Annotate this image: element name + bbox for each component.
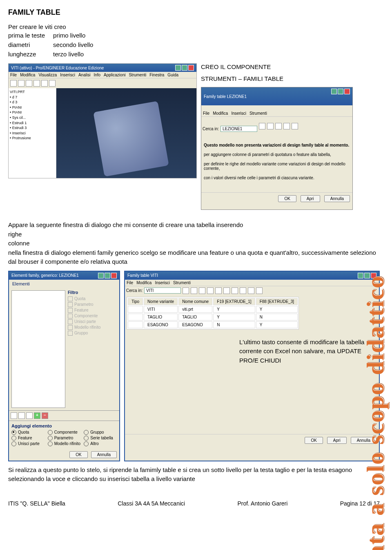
min-icon[interactable] — [358, 273, 363, 278]
open-button[interactable]: Apri — [301, 195, 320, 202]
menu-item[interactable]: Info — [94, 73, 100, 77]
tree-item[interactable]: • d 3 — [10, 100, 55, 105]
menu-item[interactable]: File — [203, 111, 209, 116]
tool-icon[interactable] — [18, 412, 25, 419]
ok-button[interactable]: OK — [305, 437, 323, 444]
table-header[interactable]: Tipo — [128, 298, 143, 305]
tree-item[interactable]: • PIANI — [10, 105, 55, 110]
checkbox[interactable] — [68, 308, 73, 313]
min-icon[interactable] — [175, 65, 181, 71]
table-cell[interactable]: Y — [213, 306, 255, 313]
max-icon[interactable] — [364, 273, 370, 278]
checkbox[interactable] — [68, 325, 73, 330]
tree-item[interactable]: • PIANI — [10, 110, 55, 115]
copy-icon[interactable] — [199, 287, 205, 294]
table-cell[interactable] — [128, 314, 143, 321]
binoculars-icon[interactable] — [232, 287, 238, 294]
close-icon[interactable] — [111, 273, 117, 278]
radio-icon[interactable] — [11, 441, 16, 446]
radio-icon[interactable] — [11, 436, 16, 441]
radio-icon[interactable] — [11, 430, 16, 435]
tree-item[interactable]: VITI.PRT — [10, 89, 55, 95]
radio-icon[interactable] — [48, 430, 53, 435]
radio-icon[interactable] — [84, 436, 89, 441]
tool-icon[interactable] — [26, 80, 32, 87]
menu-item[interactable]: Strumenti — [249, 111, 267, 116]
table-header[interactable]: Nome comune — [178, 298, 212, 305]
min-icon[interactable] — [331, 89, 337, 94]
close-icon[interactable] — [188, 65, 194, 71]
tool-icon[interactable] — [215, 287, 222, 294]
family-table-grid[interactable]: TipoNome varianteNome comuneF19 [EXTRUDE… — [127, 297, 299, 330]
tool-icon[interactable] — [248, 287, 254, 294]
checkbox[interactable] — [68, 319, 73, 324]
ok-button[interactable]: OK — [69, 451, 87, 458]
menu-item[interactable]: Strumenti — [173, 281, 191, 285]
table-cell[interactable]: TAGLIO — [178, 314, 212, 321]
close-icon[interactable] — [344, 89, 350, 94]
table-cell[interactable]: Y — [256, 321, 298, 328]
table-row[interactable]: ESAGONOESAGONONY — [128, 321, 298, 328]
menu-item[interactable]: Strumenti — [129, 73, 146, 77]
table-cell[interactable]: TAGLIO — [144, 314, 178, 321]
tree-item[interactable]: • Protrusione — [10, 136, 55, 141]
table-row[interactable]: VITIviti.prtYY — [128, 306, 298, 313]
table-cell[interactable]: Y — [213, 314, 255, 321]
table-cell[interactable]: N — [213, 321, 255, 328]
tree-item[interactable]: • Sys cil... — [10, 115, 55, 120]
menu-item[interactable]: Inserisci — [231, 111, 246, 116]
radio-option[interactable]: Parametro — [48, 436, 81, 441]
radio-option[interactable]: Unisci parte — [11, 441, 45, 446]
tool-icon[interactable] — [259, 123, 265, 129]
menu-item[interactable]: Guida — [167, 73, 178, 77]
radio-icon[interactable] — [84, 441, 89, 446]
radio-option[interactable]: Gruppo — [84, 430, 117, 435]
menu-bar[interactable]: File Modifica Visualizza Inserisci Anali… — [9, 72, 196, 78]
radio-icon[interactable] — [84, 430, 89, 435]
menu-item[interactable]: File — [127, 281, 133, 285]
tool-icon[interactable] — [256, 287, 263, 294]
table-cell[interactable]: ESAGONO — [144, 321, 178, 328]
tree-item[interactable]: • Inserisci — [10, 131, 55, 136]
radio-option[interactable]: Feature — [11, 436, 45, 441]
menu-item[interactable]: Modifica — [213, 111, 228, 116]
max-icon[interactable] — [105, 273, 110, 278]
tool-icon[interactable] — [33, 80, 40, 87]
menu-item[interactable]: Inserisci — [60, 73, 75, 77]
tool-icon[interactable] — [49, 80, 56, 87]
open-button[interactable]: Apri — [327, 437, 347, 444]
max-icon[interactable] — [338, 89, 343, 94]
menu-item[interactable]: Applicazioni — [104, 73, 125, 77]
tool-icon[interactable] — [223, 287, 230, 294]
radio-icon[interactable] — [48, 436, 53, 441]
3d-viewport[interactable] — [56, 88, 196, 178]
tool-icon[interactable] — [267, 123, 274, 129]
radio-option[interactable]: Altro — [84, 441, 117, 446]
menu-item[interactable]: Inserisci — [155, 281, 170, 285]
table-header[interactable]: F88 [EXTRUDE_3] — [256, 298, 298, 305]
max-icon[interactable] — [182, 65, 187, 71]
elements-list[interactable] — [11, 290, 65, 408]
ok-button[interactable]: OK — [278, 195, 296, 202]
menu-item[interactable]: Modifica — [20, 73, 35, 77]
radio-option[interactable]: Serie tabella — [84, 436, 117, 441]
table-cell[interactable]: ESAGONO — [178, 321, 212, 328]
table-cell[interactable]: viti.prt — [178, 306, 212, 313]
radio-option[interactable]: Quota — [11, 430, 45, 435]
tool-icon[interactable] — [292, 123, 298, 129]
search-input[interactable]: LEZIONE1 — [220, 126, 257, 132]
model-tree[interactable]: VITI.PRT • d 7 • d 3 • PIANI • PIANI • S… — [9, 88, 56, 178]
tool-icon[interactable] — [183, 287, 189, 294]
table-cell[interactable]: Y — [256, 306, 298, 313]
menu-item[interactable]: File — [10, 73, 17, 77]
menu-item[interactable]: Finestra — [149, 73, 164, 77]
table-header[interactable]: Nome variante — [144, 298, 178, 305]
tool-icon[interactable] — [240, 287, 246, 294]
checkbox[interactable] — [68, 296, 73, 301]
min-icon[interactable] — [98, 273, 104, 278]
menu-item[interactable]: Modifica — [136, 281, 151, 285]
paste-icon[interactable] — [207, 287, 214, 294]
tool-icon[interactable] — [275, 123, 282, 129]
plus-icon[interactable]: + — [34, 412, 40, 419]
tree-item[interactable]: • d 7 — [10, 95, 55, 100]
